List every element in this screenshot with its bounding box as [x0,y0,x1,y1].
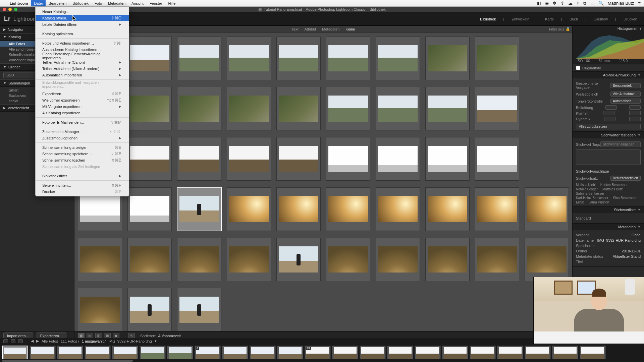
filmstrip-thumbnail[interactable] [250,346,276,361]
thumbnail-cell[interactable] [276,137,321,181]
keyword-area[interactable] [576,149,641,165]
nav-fwd-icon[interactable]: ▶ [36,339,39,343]
thumbnail-cell[interactable] [276,37,321,80]
menu-metadaten[interactable]: Metadaten [105,0,128,6]
keyword-suggestion[interactable]: Karl-Heinz Benkesser [576,196,608,200]
menu-item[interactable]: Einen Photoshop Elements-Katalog importi… [36,53,129,59]
filmstrip-thumbnail[interactable] [470,346,496,361]
thumbnail-cell[interactable] [127,288,172,331]
filmstrip-thumbnail[interactable] [222,346,248,361]
keyword-suggestion[interactable]: Sabrina Benkesser [576,192,604,195]
menu-item[interactable]: Katalog öffnen…⇧⌘O [36,15,129,21]
keyword-suggestion[interactable]: Ernst [576,200,584,204]
menu-item[interactable]: Tether-Aufnahme (Canon)▶ [36,59,129,65]
filmstrip-thumbnail[interactable] [552,346,578,361]
filmstrip-thumbnail[interactable] [2,346,28,361]
keyword-suggestion[interactable]: Natalie Gröger [576,187,598,191]
panel-collapse-icon[interactable]: ▼ [639,27,642,31]
meta-value[interactable]: Ohne [632,233,641,237]
close-window-icon[interactable] [3,8,6,11]
keyword-suggestion[interactable]: Laura Pulsfort [588,200,609,204]
sort-value[interactable]: Aufnahmezeit [158,334,181,338]
module-bibliothek[interactable]: Bibliothek [480,17,496,21]
thumbnail-cell[interactable] [376,238,420,281]
preset-select[interactable]: Benutzerdef. [610,83,641,88]
filmstrip-thumbnail[interactable] [30,346,56,361]
thumbnail-cell[interactable] [425,238,470,281]
filmstrip-thumbnail[interactable]: 49 [305,346,331,361]
vibrance-stepper[interactable] [629,117,641,121]
menu-hilfe[interactable]: Hilfe [165,0,178,6]
module-buch[interactable]: Buch [570,17,578,21]
thumbnail-grid[interactable] [74,33,572,331]
filmstrip-thumbnail[interactable] [140,346,166,361]
clarity-stepper[interactable] [603,111,614,115]
thumbnail-cell[interactable] [177,238,221,281]
nav-back-icon[interactable]: ◀ [31,339,34,343]
meta-value[interactable]: Aktuellster Stand [613,254,641,258]
filmstrip-thumbnail[interactable] [442,346,468,361]
menu-item[interactable]: Zusatzmoduloptionen▶ [36,135,129,141]
thumbnail-cell[interactable] [326,37,370,80]
status-icon[interactable]: ☁ [568,1,573,6]
thumbnail-cell[interactable] [276,187,321,231]
source-label[interactable]: Alle Fotos [42,339,58,343]
menu-item[interactable]: Bibliotheksfilter▶ [36,173,129,179]
filmstrip-thumbnail[interactable] [57,346,83,361]
flag-icon[interactable]: ▾ [155,339,157,343]
status-icon[interactable]: ✲ [553,1,556,6]
reset-button[interactable]: Alles zurücksetzen [576,124,641,129]
menu-foto[interactable]: Foto [92,0,105,6]
thumbnail-cell[interactable] [425,37,470,80]
menu-fenster[interactable]: Fenster [147,0,165,6]
vibrance-stepper[interactable] [604,117,615,121]
status-icon[interactable]: ◧ [537,1,541,6]
metadata-header[interactable]: Metadaten▼ [573,224,644,230]
thumbnail-cell[interactable] [227,187,271,231]
filmstrip-thumbnail[interactable] [415,346,441,361]
thumbnail-cell[interactable] [425,187,470,231]
thumbnail-cell[interactable] [276,238,321,281]
module-entwickeln[interactable]: Entwickeln [512,17,529,21]
filmstrip-scrollbar[interactable] [0,359,644,362]
menu-item[interactable]: Als Katalog exportieren… [36,110,129,116]
thumbnail-cell[interactable] [475,87,519,130]
tone-select[interactable]: Automatisch [610,99,641,104]
thumbnail-cell[interactable] [127,137,172,181]
filter-tab-attribute[interactable]: Attribut [304,27,316,31]
bluetooth-icon[interactable]: ᚼ [577,1,579,6]
notification-icon[interactable]: ≡ [638,1,641,6]
filmstrip-thumbnail[interactable] [167,346,193,361]
zoom-window-icon[interactable] [14,8,17,11]
filmstrip-thumbnail[interactable] [277,346,303,361]
module-karte[interactable]: Karte [545,17,554,21]
thumbnail-cell[interactable] [425,87,470,130]
original-photo-checkbox[interactable]: Originalfoto [573,64,644,72]
keyword-suggestion[interactable]: Kristen Benkesser [600,183,628,187]
keyword-list-header[interactable]: Stichwortliste▼ [573,206,644,213]
thumbnail-cell[interactable] [177,137,221,181]
module-drucken[interactable]: Drucken [624,17,637,21]
histogram-panel[interactable]: Histogramm ▼ ISO 100 81 mm f / 8.0 — [573,26,644,64]
thumbnail-cell[interactable] [425,137,470,181]
menu-item[interactable]: Fotos und Videos importieren…⇧⌘I [36,40,129,46]
menu-item[interactable]: Zusatzmodul-Manager…⌥⇧⌘, [36,128,129,135]
status-icon[interactable]: ⇪ [560,1,564,6]
clarity-stepper[interactable] [629,111,641,115]
filmstrip-thumbnail[interactable] [525,346,551,361]
menu-ansicht[interactable]: Ansicht [128,0,147,6]
keyword-suggestion[interactable]: Matthias Butz [602,187,623,191]
wb-select[interactable]: Wie Aufnahme [610,92,641,97]
filmstrip-thumbnail[interactable] [580,346,606,361]
menu-item[interactable]: Mit Vorgabe exportieren▶ [36,103,129,110]
thumbnail-cell[interactable] [475,238,519,281]
thumbnail-cell[interactable] [227,87,271,130]
thumbnail-cell[interactable] [525,187,569,231]
exposure-stepper[interactable] [605,105,617,110]
minimize-window-icon[interactable] [8,8,12,11]
status-icon[interactable]: ◉ [545,1,549,6]
filmstrip-thumbnail[interactable] [387,346,413,361]
thumbnail-cell[interactable] [227,37,271,80]
filmstrip-thumbnail[interactable] [85,346,111,361]
app-menu[interactable]: Lightroom [7,0,31,6]
